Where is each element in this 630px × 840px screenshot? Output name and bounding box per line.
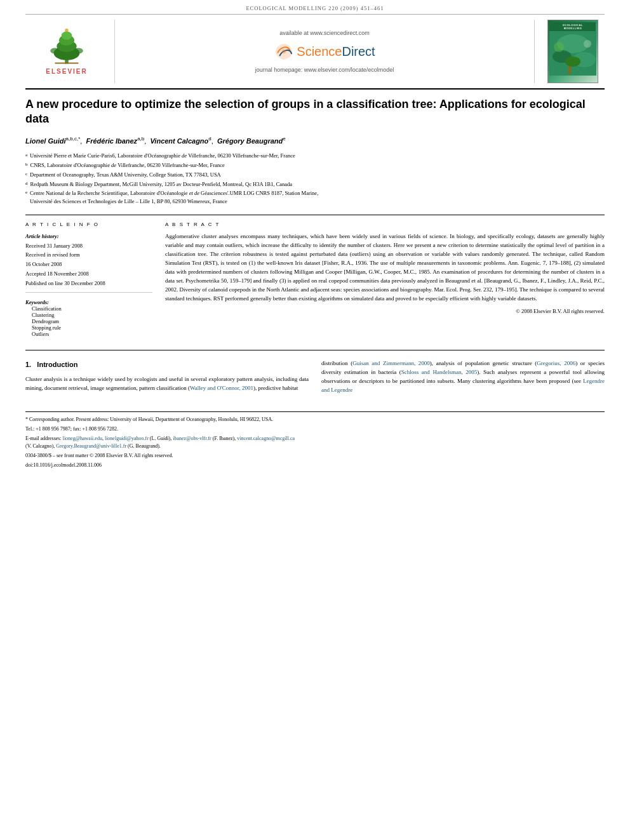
- article-body: 1. Introduction Cluster analysis is a te…: [25, 350, 605, 399]
- keywords-block: Keywords: Classification Clustering Dend…: [25, 299, 152, 337]
- svg-point-16: [554, 42, 564, 52]
- svg-point-8: [65, 29, 69, 32]
- divider-1: [25, 215, 605, 215]
- history-label: Article history:: [25, 233, 59, 239]
- affiliations-block: a Université Pierre et Marie Curie-Paris…: [25, 152, 605, 206]
- section-1-heading: 1. Introduction: [25, 359, 309, 370]
- cite-schloss: Schloss and Handelsman, 2005: [401, 369, 477, 375]
- affil-5: e Centre National de la Recherche Scient…: [25, 189, 605, 206]
- journal-header: Ecological Modelling 220 (2009) 451–461: [25, 0, 605, 15]
- author-4-sup: e: [283, 136, 285, 142]
- affil-4-text: Redpath Museum & Biology Department, McG…: [30, 180, 293, 189]
- author-1-name: Lionel Guidi: [25, 137, 66, 144]
- keyword-4: Stopping rule: [32, 324, 152, 331]
- author-2-sup: a,b: [137, 136, 144, 142]
- keyword-1: Classification: [32, 305, 152, 312]
- affil-1-text: Université Pierre et Marie Curie-Paris6,…: [30, 152, 295, 160]
- intro-col-right: distribution (Guisan and Zimmermann, 200…: [321, 359, 605, 399]
- doi-note: doi:10.1016/j.ecolmodel.2008.11.006: [25, 462, 605, 469]
- article-info-label: A R T I C L E I N F O: [25, 222, 152, 227]
- email-addresses: lioneg@hawaii.edu, lionelguidi@yahoo.fr …: [25, 436, 295, 449]
- copyright-year: 2008: [521, 308, 532, 314]
- banner-right: ECOLOGICALMODELLING: [541, 20, 605, 83]
- keyword-3: Dendrogram: [32, 318, 152, 324]
- abstract-col: A B S T R A C T Agglomerative cluster an…: [165, 222, 605, 338]
- svg-point-17: [584, 40, 591, 48]
- section-num: 1.: [25, 361, 31, 368]
- email-5[interactable]: Gregory.Beaugrand@univ-lille1.fr: [56, 443, 126, 449]
- journal-homepage-text: journal homepage: www.elsevier.com/locat…: [255, 67, 394, 73]
- revised-date: 16 October 2008: [25, 260, 152, 269]
- affil-4: d Redpath Museum & Biology Department, M…: [25, 180, 605, 189]
- email-label: E-mail addresses:: [25, 436, 62, 441]
- authors-line: Lionel Guidia,b,c,*, Frédéric Ibaneza,b,…: [25, 136, 605, 145]
- page: Ecological Modelling 220 (2009) 451–461: [0, 0, 630, 840]
- author-1-sup: a,b,c,*: [66, 136, 81, 142]
- intro-para-right: distribution (Guisan and Zimmermann, 200…: [321, 359, 605, 395]
- affil-2-text: CNRS, Laboratoire d'Océanographie de Vil…: [30, 161, 225, 170]
- email-4[interactable]: vincent.calcagno@mcgill.ca: [237, 436, 295, 441]
- keyword-2: Clustering: [32, 312, 152, 318]
- content-area: A new procedure to optimize the selectio…: [25, 90, 605, 399]
- intro-para-left: Cluster analysis is a technique widely u…: [25, 375, 309, 393]
- svg-rect-7: [55, 62, 79, 63]
- published-date: Published on line 30 December 2008: [25, 279, 152, 288]
- email-note: E-mail addresses: lioneg@hawaii.edu, lio…: [25, 435, 605, 450]
- tel-note: Tel.: +1 808 956 7987; fax: +1 808 956 7…: [25, 425, 605, 433]
- article-history: Article history: Received 31 January 200…: [25, 232, 152, 288]
- affil-1: a Université Pierre et Marie Curie-Paris…: [25, 152, 605, 160]
- info-divider: [25, 292, 152, 293]
- cover-illustration-icon: [549, 31, 596, 76]
- sd-icon: [274, 41, 294, 62]
- accepted-date: Accepted 18 November 2008: [25, 270, 152, 278]
- copyright-symbol: ©: [516, 308, 519, 314]
- section-title: Introduction: [37, 361, 77, 368]
- cite-gregorius: Gregorius, 2006: [537, 360, 575, 366]
- keyword-5: Outliers: [32, 331, 152, 337]
- copyright-publisher: Elsevier B.V. All rights reserved.: [533, 308, 605, 314]
- cite-legendre: Legendre and Legendre: [321, 378, 605, 393]
- banner: ELSEVIER available at www.sciencedirect.…: [25, 15, 605, 90]
- article-title: A new procedure to optimize the selectio…: [25, 97, 605, 127]
- author-3-name: Vincent Calcagno: [150, 137, 208, 144]
- affil-3-text: Department of Oceanography, Texas A&M Un…: [30, 171, 221, 179]
- cite-walley: Walley and O'Connor, 2001: [190, 385, 253, 391]
- banner-left: ELSEVIER: [25, 20, 108, 83]
- elsevier-logo-icon: [35, 29, 98, 67]
- cite-guisan: Guisan and Zimmermann, 2000: [352, 360, 430, 366]
- affil-5-text: Centre National de la Recherche Scientif…: [30, 189, 318, 206]
- info-abstract-section: A R T I C L E I N F O Article history: R…: [25, 222, 605, 338]
- abstract-label: A B S T R A C T: [165, 222, 605, 227]
- email-2[interactable]: lionelguidi@yahoo.fr: [105, 436, 149, 441]
- sciencedirect-text: ScienceDirect: [297, 44, 375, 59]
- author-2-name: Frédéric Ibanez: [86, 137, 137, 144]
- keywords-label: Keywords:: [25, 299, 49, 305]
- email-3[interactable]: ibanez@obs-vlfr.fr: [173, 436, 211, 441]
- cover-journal-title: ECOLOGICALMODELLING: [550, 22, 596, 31]
- journal-title: Ecological Modelling 220 (2009) 451–461: [246, 5, 384, 11]
- sciencedirect-logo: ScienceDirect: [274, 41, 375, 62]
- svg-point-15: [565, 57, 580, 67]
- issn-note: 0304-3800/$ – see front matter © 2008 El…: [25, 452, 605, 460]
- received-date-1: Received 31 January 2008: [25, 242, 152, 250]
- abstract-text: Agglomerative cluster analyses encompass…: [165, 232, 605, 303]
- copyright-notice: © 2008 Elsevier B.V. All rights reserved…: [165, 308, 605, 314]
- svg-point-4: [62, 31, 72, 39]
- affil-2: b CNRS, Laboratoire d'Océanographie de V…: [25, 161, 605, 170]
- email-1[interactable]: lioneg@hawaii.edu: [63, 436, 102, 441]
- journal-cover-image: ECOLOGICALMODELLING: [547, 20, 598, 83]
- svg-point-9: [282, 50, 286, 53]
- article-info-col: A R T I C L E I N F O Article history: R…: [25, 222, 152, 338]
- author-4-name: Grégory Beaugrand: [217, 137, 283, 144]
- author-3-sup: d: [208, 136, 211, 142]
- intro-two-col: 1. Introduction Cluster analysis is a te…: [25, 359, 605, 399]
- svg-point-5: [50, 48, 60, 53]
- available-text: available at www.sciencedirect.com: [279, 30, 370, 36]
- footer: * Corresponding author. Present address:…: [25, 411, 605, 469]
- received-revised-label: Received in revised form: [25, 251, 152, 259]
- elsevier-brand-text: ELSEVIER: [46, 68, 87, 75]
- banner-center: available at www.sciencedirect.com Scien…: [114, 20, 535, 83]
- intro-col-left: 1. Introduction Cluster analysis is a te…: [25, 359, 309, 399]
- corresponding-note: * Corresponding author. Present address:…: [25, 416, 605, 423]
- svg-point-6: [74, 48, 83, 53]
